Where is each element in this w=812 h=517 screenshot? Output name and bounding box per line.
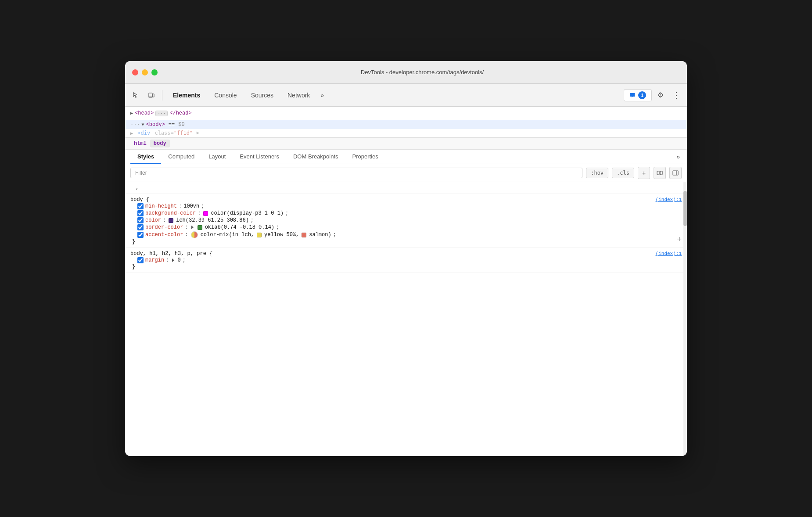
property-border-color: border-color : oklab(0.74 -0.18 0.14) ; [130,224,682,231]
head-ellipsis[interactable]: ··· [155,111,168,116]
more-icon: ⋮ [672,90,680,100]
color-swatch[interactable] [169,218,173,223]
close-button[interactable] [132,69,138,75]
main-tabs: Elements Console Sources Network » [166,89,622,101]
prop-value-color[interactable]: lch(32.39 61.25 308.86) [176,217,249,223]
body-equals: == [167,122,176,128]
css-rule-body: body { (index):1 min-height : 100vh ; ba… [125,194,687,248]
property-min-height: min-height : 100vh ; [130,203,682,210]
rule-close-brace: } [130,239,682,245]
rule-source-2[interactable]: (index):1 [656,251,682,256]
more-css-tabs-button[interactable]: » [675,150,682,164]
scrollbar-thumb[interactable] [683,191,687,226]
margin-arrow[interactable] [172,258,174,262]
tab-console[interactable]: Console [207,89,244,101]
background-color-checkbox[interactable] [137,210,144,216]
prop-value-accent-color-1[interactable]: color-mix(in lch, [201,232,254,238]
separator [162,90,162,101]
svg-rect-0 [149,93,152,97]
accent-color-swatch[interactable] [191,231,198,238]
inspect-element-button[interactable] [129,88,143,102]
selected-element-row[interactable]: ··· ▼ <body> == $0 [125,120,687,129]
border-color-checkbox[interactable] [137,224,144,230]
prop-name-border-color: border-color [145,224,183,230]
tab-elements[interactable]: Elements [166,89,207,101]
prop-value-background-color[interactable]: color(display-p3 1 0 1) [211,210,284,216]
settings-icon: ⚙ [658,91,664,99]
border-color-swatch[interactable] [198,225,202,230]
breadcrumb-body[interactable]: body [150,140,170,147]
salmon-swatch[interactable] [302,233,306,237]
property-margin: margin : 0 ; [130,257,682,264]
background-color-swatch[interactable] [203,211,208,216]
color-checkbox[interactable] [137,217,144,223]
comma-line: , [125,182,687,194]
add-style-rule-button[interactable]: + [638,167,650,179]
rule-selector-line: body { (index):1 [130,197,682,203]
add-style-button[interactable]: + [677,235,682,244]
feedback-button[interactable]: 1 [624,89,652,101]
cls-button[interactable]: .cls [612,168,634,178]
tab-dom-breakpoints[interactable]: DOM Breakpoints [286,150,345,164]
yellow-swatch[interactable] [257,233,262,237]
feedback-count: 1 [638,91,646,99]
tab-styles[interactable]: Styles [130,150,161,164]
rule-source[interactable]: (index):1 [656,197,682,202]
svg-rect-1 [153,94,154,97]
rule-selector: body { [130,197,149,203]
svg-rect-4 [660,171,662,175]
tab-computed[interactable]: Computed [161,150,201,164]
property-color: color : lch(32.39 61.25 308.86) ; [130,217,682,224]
traffic-lights [132,69,158,75]
device-toolbar-button[interactable] [144,88,158,102]
tab-event-listeners[interactable]: Event Listeners [233,150,286,164]
scrollbar-track [683,182,687,456]
head-row[interactable]: ▶ <head> ··· </head> [130,109,682,117]
rule-close-brace-2: } [130,264,682,270]
property-accent-color: accent-color : color-mix(in lch, yellow … [130,231,682,239]
prop-value-min-height[interactable]: 100vh [183,203,199,209]
hov-button[interactable]: :hov [586,168,608,178]
title-bar: DevTools - developer.chrome.com/tags/dev… [125,61,687,84]
devtools-toolbar: Elements Console Sources Network » 1 ⚙ ⋮ [125,84,687,107]
partial-element-row: ▶ <div class="ff1d" > [125,129,687,137]
html-tree: ▶ <head> ··· </head> [125,107,687,120]
prop-value-border-color[interactable]: oklab(0.74 -0.18 0.14) [205,224,274,230]
filter-bar: :hov .cls + [125,164,687,182]
prop-value-accent-color-2[interactable]: yellow 50%, [264,232,299,238]
rule-selector-2: body, h1, h2, h3, p, pre { [130,251,212,257]
more-options-button[interactable]: ⋮ [669,88,683,102]
prop-name-min-height: min-height [145,203,177,209]
tab-layout[interactable]: Layout [201,150,233,164]
toggle-element-state-button[interactable] [654,167,666,179]
settings-button[interactable]: ⚙ [654,88,668,102]
breadcrumb: html body [125,137,687,150]
body-dots: ··· [130,122,140,128]
tab-sources[interactable]: Sources [244,89,280,101]
prop-name-accent-color: accent-color [145,232,183,238]
margin-checkbox[interactable] [137,257,144,263]
filter-input[interactable] [130,168,582,178]
body-tag: <body> [146,122,165,128]
head-arrow: ▶ [130,111,133,116]
border-color-arrow[interactable] [191,226,194,229]
more-tabs-button[interactable]: » [317,89,327,101]
prop-value-accent-color-3[interactable]: salmon) [309,232,331,238]
svg-rect-3 [657,171,659,175]
css-rule-body-headings: body, h1, h2, h3, p, pre { (index):1 mar… [125,248,687,273]
rule-selector-line-2: body, h1, h2, h3, p, pre { (index):1 [130,251,682,257]
sidebar-toggle-button[interactable] [669,167,682,179]
breadcrumb-html[interactable]: html [130,140,150,147]
tab-properties[interactable]: Properties [345,150,385,164]
toolbar-right: 1 ⚙ ⋮ [624,88,683,102]
maximize-button[interactable] [151,69,158,75]
prop-name-margin: margin [145,257,164,263]
min-height-checkbox[interactable] [137,203,144,209]
minimize-button[interactable] [142,69,148,75]
css-tabs: Styles Computed Layout Event Listeners D… [125,150,687,164]
body-arrow: ▼ [142,122,144,127]
accent-color-checkbox[interactable] [137,232,144,238]
tab-network[interactable]: Network [280,89,317,101]
prop-value-margin[interactable]: 0 [177,257,180,263]
prop-name-background-color: background-color [145,210,196,216]
